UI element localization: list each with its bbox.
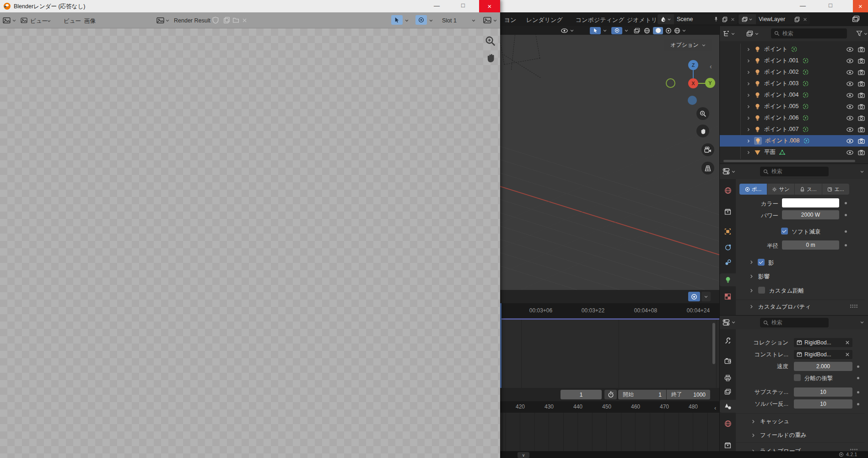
properties-options-caret-icon[interactable] [860, 320, 864, 325]
main-minimize-button[interactable]: — [800, 2, 806, 9]
animate-dot[interactable] [857, 377, 859, 379]
tab-light-data[interactable] [723, 275, 732, 284]
light-type-sun[interactable]: サン [767, 184, 794, 195]
constraint-field[interactable]: RigidBod... [794, 350, 852, 359]
cursor-tool-button[interactable] [611, 27, 622, 34]
light-data-icon[interactable] [802, 80, 809, 87]
render-close-button[interactable]: × [479, 0, 500, 12]
outliner-row-point-008-selected[interactable]: ポイント.008 [720, 135, 868, 147]
properties-options-caret-icon[interactable] [860, 169, 864, 174]
properties-editor-caret-icon[interactable] [731, 320, 736, 325]
visibility-caret-icon[interactable] [570, 28, 574, 33]
gizmo-z-ball[interactable]: Z [688, 60, 698, 70]
render-visibility-icon[interactable] [858, 126, 865, 133]
tweak-caret-icon[interactable] [404, 18, 409, 23]
object-name[interactable]: ポイント.003 [764, 80, 799, 87]
gizmo-minus-y-ball[interactable] [666, 78, 675, 88]
substeps-field[interactable]: 10 [794, 387, 852, 397]
view-mode-caret-icon[interactable] [47, 19, 51, 23]
copy-scene-icon[interactable] [722, 16, 728, 22]
tab-world[interactable] [723, 419, 732, 428]
cache-expand-icon[interactable] [751, 419, 756, 424]
main-maximize-button[interactable]: □ [829, 2, 832, 9]
clear-constraint-icon[interactable] [845, 352, 850, 357]
gizmo-x-ball[interactable]: X [688, 78, 698, 88]
outliner-row-point[interactable]: ポイント [720, 44, 868, 55]
tab-constraints[interactable] [723, 258, 732, 267]
animate-dot[interactable] [857, 391, 859, 393]
light-data-icon[interactable] [802, 69, 809, 76]
hide-eye-icon[interactable] [846, 150, 854, 155]
scene-selector[interactable]: Scene [658, 14, 738, 24]
light-type-point[interactable]: ポ... [739, 184, 767, 195]
object-name[interactable]: ポイント.008 [765, 137, 800, 145]
camera-view-button[interactable] [701, 143, 714, 156]
sync-button[interactable] [688, 292, 700, 301]
render-visibility-icon[interactable] [858, 58, 865, 64]
sync-caret-button[interactable] [701, 292, 711, 301]
outliner-h-scrollbar[interactable] [723, 160, 855, 162]
properties-editor-icon[interactable] [722, 168, 730, 175]
properties-search-input[interactable]: 検索 [760, 167, 829, 176]
render-visibility-icon[interactable] [858, 104, 865, 110]
hide-eye-icon[interactable] [846, 70, 854, 75]
visibility-eye-icon[interactable] [561, 28, 568, 33]
viewlayer-selector[interactable]: ViewLayer [739, 14, 810, 24]
render-visibility-icon[interactable] [858, 92, 865, 98]
viewport-options-dropdown[interactable]: オプション [664, 39, 712, 51]
tweak-tool-button[interactable] [391, 15, 403, 25]
orthographic-button[interactable] [701, 162, 714, 174]
split-impulse-checkbox[interactable] [794, 374, 801, 381]
outliner-row-point-001[interactable]: ポイント.001 [720, 55, 868, 66]
light-data-icon[interactable] [802, 57, 809, 64]
outliner-search-input[interactable]: 検索 [771, 28, 847, 38]
autokey-stopwatch-button[interactable] [604, 390, 617, 399]
outliner-row-point-005[interactable]: ポイント.005 [720, 101, 868, 112]
drag-handle-dots[interactable] [850, 304, 858, 308]
tab-physics[interactable] [723, 243, 732, 251]
object-name[interactable]: ポイント.001 [764, 57, 799, 65]
editor-type-icon[interactable] [3, 17, 11, 24]
tab-scene[interactable] [723, 402, 732, 410]
frame-end-field[interactable]: 終了 1000 [667, 390, 710, 399]
canvas-pan-icon[interactable] [485, 52, 496, 63]
timeline-upper-tracks[interactable] [500, 320, 719, 388]
color-swatch[interactable] [782, 198, 839, 207]
wireframe-shading-icon[interactable] [644, 27, 650, 34]
delete-scene-icon[interactable] [731, 17, 735, 22]
fake-user-shield-icon[interactable] [212, 16, 219, 24]
light-type-area[interactable]: エ... [822, 184, 849, 195]
canvas-zoom-icon[interactable] [485, 36, 496, 47]
solver-field[interactable]: 10 [794, 399, 852, 409]
expand-icon[interactable] [746, 150, 751, 155]
influence-section-label[interactable]: 影響 [758, 273, 770, 281]
object-name[interactable]: ポイント.005 [764, 103, 799, 110]
light-probes-expand-icon[interactable] [751, 449, 756, 451]
influence-expand-icon[interactable] [749, 274, 754, 279]
unlink-image-icon[interactable] [242, 18, 247, 23]
hide-eye-icon[interactable] [846, 127, 854, 132]
pin-icon[interactable] [713, 16, 719, 22]
custom-properties-label[interactable]: カスタムプロパティ [758, 303, 811, 311]
statusbar-expand-button[interactable]: ∨ [518, 452, 529, 458]
custom-distance-checkbox[interactable] [758, 287, 765, 294]
tab-output[interactable] [723, 374, 732, 382]
tab-viewlayer[interactable] [723, 387, 732, 396]
hide-eye-icon[interactable] [846, 93, 854, 98]
outliner-row-plane[interactable]: 平面 [720, 147, 868, 158]
tweak-caret-icon[interactable] [603, 28, 607, 33]
collection-field[interactable]: RigidBod... [794, 338, 852, 347]
slot-selector[interactable]: Slot 1 [442, 17, 457, 24]
object-name[interactable]: ポイント.002 [764, 68, 799, 76]
animate-dot[interactable] [845, 214, 847, 216]
custom-properties-expand-icon[interactable] [749, 304, 754, 309]
light-data-icon[interactable] [802, 114, 809, 121]
custom-distance-expand-icon[interactable] [749, 288, 754, 293]
radius-field[interactable]: 0 m [782, 240, 839, 250]
playhead-line[interactable] [500, 303, 501, 388]
hide-eye-icon[interactable] [846, 138, 854, 144]
mesh-data-icon[interactable] [779, 149, 786, 155]
light-type-spot[interactable]: ス... [795, 184, 822, 195]
display-image-icon[interactable] [483, 16, 491, 24]
render-canvas[interactable] [0, 28, 500, 458]
